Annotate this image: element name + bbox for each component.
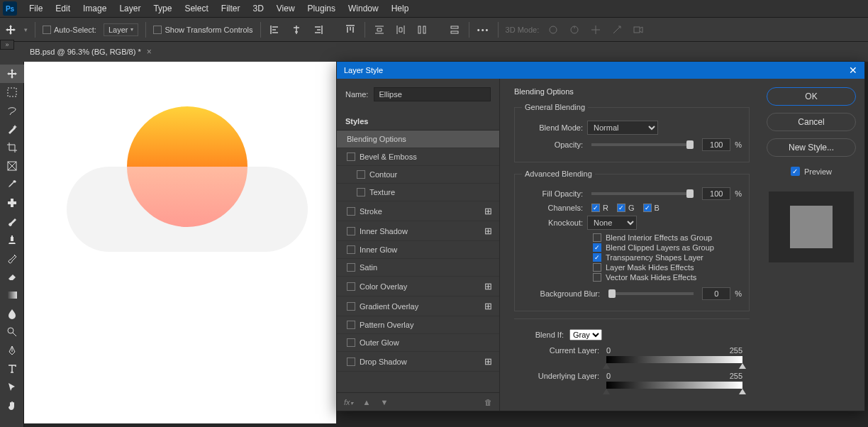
cancel-button[interactable]: Cancel — [767, 113, 856, 131]
marquee-tool[interactable] — [0, 83, 24, 101]
align-left-icon[interactable] — [268, 23, 282, 37]
pen-tool[interactable] — [0, 341, 24, 360]
underlying-layer-slider[interactable] — [606, 382, 742, 389]
add-effect-icon[interactable]: ⊞ — [484, 226, 492, 236]
auto-select-checkbox[interactable]: Auto-Select: — [43, 26, 96, 34]
add-effect-icon[interactable]: ⊞ — [484, 356, 492, 367]
align-center-h-icon[interactable] — [289, 23, 304, 37]
magic-wand-tool[interactable] — [0, 120, 24, 138]
blendif-label: Blend If: — [521, 331, 564, 339]
dodge-tool[interactable] — [0, 323, 24, 341]
style-item-outer-glow[interactable]: Outer Glow — [337, 334, 499, 352]
menu-window[interactable]: Window — [342, 1, 385, 16]
align-top-icon[interactable] — [343, 23, 357, 37]
gradient-tool[interactable] — [0, 286, 24, 304]
current-layer-slider[interactable] — [606, 356, 742, 363]
bg-blur-input[interactable] — [702, 287, 730, 300]
style-item-texture[interactable]: Texture — [337, 184, 499, 201]
style-item-pattern-overlay[interactable]: Pattern Overlay — [337, 316, 499, 334]
menu-filter[interactable]: Filter — [215, 1, 247, 16]
distribute-4-icon[interactable] — [447, 23, 462, 37]
healing-tool[interactable] — [0, 194, 24, 212]
style-item-stroke[interactable]: Stroke⊞ — [337, 201, 499, 221]
ok-button[interactable]: OK — [767, 87, 856, 106]
3d-slide-icon — [610, 23, 624, 37]
distribute-1-icon[interactable] — [372, 23, 386, 37]
style-item-color-overlay[interactable]: Color Overlay⊞ — [337, 277, 499, 296]
channel-g-checkbox[interactable]: G — [617, 204, 635, 212]
lasso-tool[interactable] — [0, 101, 24, 120]
eraser-tool[interactable] — [0, 267, 24, 286]
opacity-slider[interactable] — [591, 143, 694, 146]
opt-blend-interior-effects-as-group[interactable]: Blend Interior Effects as Group — [593, 233, 742, 242]
trash-icon[interactable]: 🗑 — [484, 398, 492, 406]
document-tab[interactable]: BB.psd @ 96.3% (BG, RGB/8) *× — [21, 42, 160, 62]
menu-help[interactable]: Help — [385, 1, 416, 16]
move-tool[interactable] — [0, 65, 24, 83]
brush-tool[interactable] — [0, 212, 24, 231]
close-icon[interactable]: ✕ — [849, 65, 857, 76]
opt-layer-mask-hides-effects[interactable]: Layer Mask Hides Effects — [593, 263, 742, 272]
menu-plugins[interactable]: Plugins — [301, 1, 342, 16]
history-brush-tool[interactable] — [0, 249, 24, 267]
move-down-icon[interactable]: ▼ — [380, 398, 388, 406]
style-item-bevel-emboss[interactable]: Bevel & Emboss — [337, 148, 499, 166]
blur-tool[interactable] — [0, 304, 24, 323]
align-right-icon[interactable] — [311, 23, 325, 37]
more-options-icon[interactable]: ••• — [477, 23, 491, 37]
style-item-gradient-overlay[interactable]: Gradient Overlay⊞ — [337, 296, 499, 316]
crop-tool[interactable] — [0, 138, 24, 157]
ps-logo: Ps — [3, 1, 17, 16]
layer-name-input[interactable] — [374, 87, 491, 101]
eyedropper-tool[interactable] — [0, 175, 24, 194]
menu-image[interactable]: Image — [77, 1, 113, 16]
add-effect-icon[interactable]: ⊞ — [484, 206, 492, 216]
move-up-icon[interactable]: ▲ — [363, 398, 371, 406]
channel-b-checkbox[interactable]: B — [643, 204, 660, 212]
menu-select[interactable]: Select — [178, 1, 214, 16]
blend-mode-dropdown[interactable]: Normal — [587, 121, 658, 135]
style-item-satin[interactable]: Satin — [337, 259, 499, 277]
expand-panels-icon[interactable]: » — [0, 40, 14, 50]
menu-3d[interactable]: 3D — [246, 1, 269, 16]
preview-swatch — [769, 192, 854, 262]
blendif-dropdown[interactable]: Gray — [569, 329, 602, 340]
opacity-input[interactable] — [702, 138, 730, 151]
fill-opacity-input[interactable] — [702, 187, 730, 200]
blend-if-group: Blend If: Gray Current Layer: 0255 Under… — [514, 318, 750, 404]
style-item-drop-shadow[interactable]: Drop Shadow⊞ — [337, 352, 499, 372]
hand-tool[interactable] — [0, 396, 24, 415]
show-transform-checkbox[interactable]: Show Transform Controls — [153, 26, 252, 34]
style-item-inner-shadow[interactable]: Inner Shadow⊞ — [337, 221, 499, 241]
menu-view[interactable]: View — [270, 1, 301, 16]
menu-type[interactable]: Type — [147, 1, 178, 16]
distribute-2-icon[interactable] — [394, 23, 408, 37]
channel-r-checkbox[interactable]: R — [591, 204, 608, 212]
distribute-3-icon[interactable] — [415, 23, 429, 37]
bg-blur-slider[interactable] — [608, 292, 694, 295]
menu-layer[interactable]: Layer — [113, 1, 147, 16]
preview-checkbox[interactable]: Preview — [767, 167, 856, 176]
knockout-dropdown[interactable]: None — [587, 216, 637, 230]
auto-select-target-dropdown[interactable]: Layer▾ — [104, 23, 139, 36]
style-item-blending-options[interactable]: Blending Options — [337, 131, 499, 148]
dialog-titlebar[interactable]: Layer Style ✕ — [337, 62, 864, 79]
style-item-inner-glow[interactable]: Inner Glow — [337, 241, 499, 259]
style-item-contour[interactable]: Contour — [337, 166, 499, 184]
opt-transparency-shapes-layer[interactable]: Transparency Shapes Layer — [593, 253, 742, 262]
frame-tool[interactable] — [0, 157, 24, 175]
clone-stamp-tool[interactable] — [0, 231, 24, 249]
fill-opacity-slider[interactable] — [591, 192, 694, 195]
type-tool[interactable] — [0, 360, 24, 378]
add-effect-icon[interactable]: ⊞ — [484, 281, 492, 292]
fx-icon[interactable]: fx▾ — [344, 398, 353, 406]
menu-file[interactable]: File — [23, 1, 49, 16]
add-effect-icon[interactable]: ⊞ — [484, 301, 492, 311]
menu-edit[interactable]: Edit — [49, 1, 77, 16]
close-tab-icon[interactable]: × — [147, 47, 152, 57]
path-select-tool[interactable] — [0, 378, 24, 396]
opt-vector-mask-hides-effects[interactable]: Vector Mask Hides Effects — [593, 273, 742, 282]
document-canvas[interactable] — [24, 62, 336, 423]
new-style-button[interactable]: New Style... — [767, 138, 856, 157]
opt-blend-clipped-layers-as-group[interactable]: Blend Clipped Layers as Group — [593, 243, 742, 252]
